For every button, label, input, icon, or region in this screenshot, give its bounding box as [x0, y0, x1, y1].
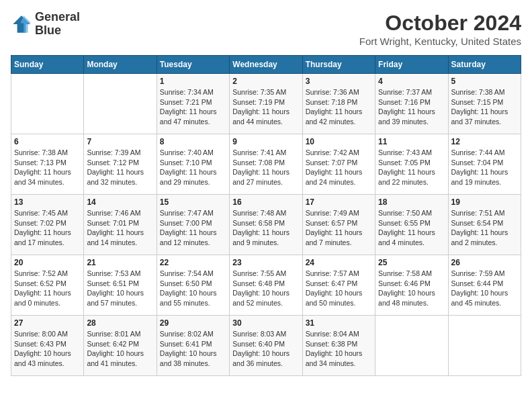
calendar-cell: 24Sunrise: 7:57 AM Sunset: 6:47 PM Dayli… — [302, 255, 375, 316]
day-info: Sunrise: 7:54 AM Sunset: 6:50 PM Dayligh… — [160, 269, 226, 308]
day-info: Sunrise: 8:01 AM Sunset: 6:42 PM Dayligh… — [87, 329, 153, 369]
day-info: Sunrise: 7:49 AM Sunset: 6:57 PM Dayligh… — [306, 208, 372, 248]
day-info: Sunrise: 7:34 AM Sunset: 7:21 PM Dayligh… — [160, 87, 226, 127]
day-number: 22 — [160, 258, 226, 267]
day-info: Sunrise: 7:51 AM Sunset: 6:54 PM Dayligh… — [451, 208, 518, 248]
day-number: 8 — [160, 137, 226, 146]
calendar-cell: 8Sunrise: 7:40 AM Sunset: 7:10 PM Daylig… — [157, 134, 229, 195]
day-number: 19 — [451, 197, 518, 207]
day-number: 17 — [306, 197, 372, 207]
calendar-header: SundayMondayTuesdayWednesdayThursdayFrid… — [11, 56, 521, 74]
month-title: October 2024 — [359, 11, 521, 36]
day-info: Sunrise: 7:48 AM Sunset: 6:58 PM Dayligh… — [232, 208, 299, 248]
day-number: 27 — [14, 318, 81, 328]
day-info: Sunrise: 8:03 AM Sunset: 6:40 PM Dayligh… — [232, 329, 299, 369]
calendar-cell — [375, 316, 448, 376]
calendar-cell: 25Sunrise: 7:58 AM Sunset: 6:46 PM Dayli… — [375, 255, 448, 316]
calendar-cell: 9Sunrise: 7:41 AM Sunset: 7:08 PM Daylig… — [230, 134, 302, 195]
day-info: Sunrise: 7:39 AM Sunset: 7:12 PM Dayligh… — [87, 148, 153, 187]
calendar-cell — [84, 74, 157, 134]
header-row: SundayMondayTuesdayWednesdayThursdayFrid… — [11, 56, 521, 74]
day-number: 29 — [160, 318, 226, 328]
day-info: Sunrise: 7:38 AM Sunset: 7:13 PM Dayligh… — [14, 148, 81, 187]
day-info: Sunrise: 7:57 AM Sunset: 6:47 PM Dayligh… — [306, 269, 372, 308]
day-number: 13 — [14, 197, 81, 207]
day-number: 28 — [87, 318, 153, 328]
day-number: 6 — [14, 137, 81, 146]
day-number: 4 — [378, 77, 445, 86]
day-info: Sunrise: 7:43 AM Sunset: 7:05 PM Dayligh… — [378, 148, 445, 187]
day-number: 25 — [378, 258, 445, 267]
header-day: Monday — [84, 56, 157, 74]
day-info: Sunrise: 8:00 AM Sunset: 6:43 PM Dayligh… — [14, 329, 81, 369]
calendar-cell: 5Sunrise: 7:38 AM Sunset: 7:15 PM Daylig… — [448, 74, 521, 134]
header-day: Sunday — [11, 56, 84, 74]
day-number: 24 — [306, 258, 372, 267]
day-info: Sunrise: 7:37 AM Sunset: 7:16 PM Dayligh… — [378, 87, 445, 127]
day-info: Sunrise: 7:52 AM Sunset: 6:52 PM Dayligh… — [14, 269, 81, 308]
day-number: 7 — [87, 137, 153, 146]
logo: General Blue — [11, 11, 80, 38]
calendar-cell: 20Sunrise: 7:52 AM Sunset: 6:52 PM Dayli… — [11, 255, 84, 316]
day-number: 15 — [160, 197, 226, 207]
calendar-cell: 27Sunrise: 8:00 AM Sunset: 6:43 PM Dayli… — [11, 316, 84, 376]
calendar-cell: 11Sunrise: 7:43 AM Sunset: 7:05 PM Dayli… — [375, 134, 448, 195]
calendar-cell: 21Sunrise: 7:53 AM Sunset: 6:51 PM Dayli… — [84, 255, 157, 316]
calendar-week: 1Sunrise: 7:34 AM Sunset: 7:21 PM Daylig… — [11, 74, 521, 134]
day-info: Sunrise: 7:44 AM Sunset: 7:04 PM Dayligh… — [451, 148, 518, 187]
calendar-table: SundayMondayTuesdayWednesdayThursdayFrid… — [11, 55, 521, 376]
day-number: 1 — [160, 77, 226, 86]
day-info: Sunrise: 7:42 AM Sunset: 7:07 PM Dayligh… — [306, 148, 372, 187]
calendar-cell: 3Sunrise: 7:36 AM Sunset: 7:18 PM Daylig… — [302, 74, 375, 134]
day-info: Sunrise: 7:46 AM Sunset: 7:01 PM Dayligh… — [87, 208, 153, 248]
header-day: Wednesday — [230, 56, 302, 74]
day-info: Sunrise: 7:55 AM Sunset: 6:48 PM Dayligh… — [232, 269, 299, 308]
calendar-cell: 22Sunrise: 7:54 AM Sunset: 6:50 PM Dayli… — [157, 255, 229, 316]
day-number: 11 — [378, 137, 445, 146]
location-title: Fort Wright, Kentucky, United States — [359, 36, 521, 47]
day-number: 23 — [232, 258, 299, 267]
calendar-cell: 16Sunrise: 7:48 AM Sunset: 6:58 PM Dayli… — [230, 195, 302, 255]
day-info: Sunrise: 7:40 AM Sunset: 7:10 PM Dayligh… — [160, 148, 226, 187]
day-info: Sunrise: 7:53 AM Sunset: 6:51 PM Dayligh… — [87, 269, 153, 308]
logo-line2: Blue — [35, 24, 80, 38]
day-number: 5 — [451, 77, 518, 86]
title-section: October 2024 Fort Wright, Kentucky, Unit… — [359, 11, 521, 47]
day-info: Sunrise: 7:45 AM Sunset: 7:02 PM Dayligh… — [14, 208, 81, 248]
calendar-cell — [11, 74, 84, 134]
calendar-cell: 19Sunrise: 7:51 AM Sunset: 6:54 PM Dayli… — [448, 195, 521, 255]
calendar-cell: 28Sunrise: 8:01 AM Sunset: 6:42 PM Dayli… — [84, 316, 157, 376]
calendar-cell: 26Sunrise: 7:59 AM Sunset: 6:44 PM Dayli… — [448, 255, 521, 316]
day-info: Sunrise: 7:38 AM Sunset: 7:15 PM Dayligh… — [451, 87, 518, 127]
calendar-week: 27Sunrise: 8:00 AM Sunset: 6:43 PM Dayli… — [11, 316, 521, 376]
calendar-week: 13Sunrise: 7:45 AM Sunset: 7:02 PM Dayli… — [11, 195, 521, 255]
calendar-week: 6Sunrise: 7:38 AM Sunset: 7:13 PM Daylig… — [11, 134, 521, 195]
day-number: 26 — [451, 258, 518, 267]
header-day: Friday — [375, 56, 448, 74]
calendar-cell: 1Sunrise: 7:34 AM Sunset: 7:21 PM Daylig… — [157, 74, 229, 134]
calendar-cell: 12Sunrise: 7:44 AM Sunset: 7:04 PM Dayli… — [448, 134, 521, 195]
day-info: Sunrise: 7:47 AM Sunset: 7:00 PM Dayligh… — [160, 208, 226, 248]
calendar-cell: 15Sunrise: 7:47 AM Sunset: 7:00 PM Dayli… — [157, 195, 229, 255]
day-number: 31 — [306, 318, 372, 328]
calendar-cell: 30Sunrise: 8:03 AM Sunset: 6:40 PM Dayli… — [230, 316, 302, 376]
day-number: 9 — [232, 137, 299, 146]
calendar-cell: 2Sunrise: 7:35 AM Sunset: 7:19 PM Daylig… — [230, 74, 302, 134]
calendar-body: 1Sunrise: 7:34 AM Sunset: 7:21 PM Daylig… — [11, 74, 521, 376]
day-info: Sunrise: 8:04 AM Sunset: 6:38 PM Dayligh… — [306, 329, 372, 369]
calendar-cell: 6Sunrise: 7:38 AM Sunset: 7:13 PM Daylig… — [11, 134, 84, 195]
day-number: 14 — [87, 197, 153, 207]
day-number: 18 — [378, 197, 445, 207]
calendar-cell: 23Sunrise: 7:55 AM Sunset: 6:48 PM Dayli… — [230, 255, 302, 316]
day-number: 3 — [306, 77, 372, 86]
day-number: 16 — [232, 197, 299, 207]
day-info: Sunrise: 7:35 AM Sunset: 7:19 PM Dayligh… — [232, 87, 299, 127]
day-info: Sunrise: 7:58 AM Sunset: 6:46 PM Dayligh… — [378, 269, 445, 308]
day-number: 20 — [14, 258, 81, 267]
header-day: Thursday — [302, 56, 375, 74]
calendar-cell: 13Sunrise: 7:45 AM Sunset: 7:02 PM Dayli… — [11, 195, 84, 255]
logo-line1: General — [35, 11, 80, 24]
day-number: 10 — [306, 137, 372, 146]
day-info: Sunrise: 7:41 AM Sunset: 7:08 PM Dayligh… — [232, 148, 299, 187]
calendar-cell: 17Sunrise: 7:49 AM Sunset: 6:57 PM Dayli… — [302, 195, 375, 255]
